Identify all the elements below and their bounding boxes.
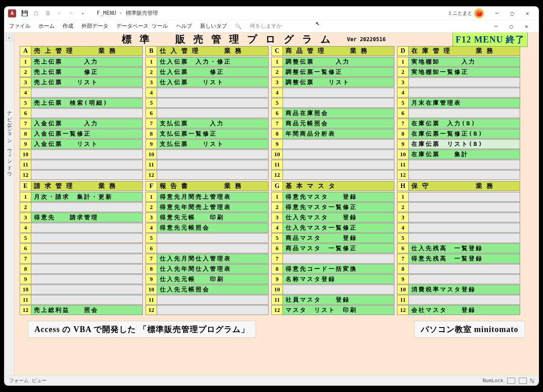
- section-key-B[interactable]: B: [145, 46, 157, 56]
- form-view-icon[interactable]: [507, 378, 515, 384]
- item-key[interactable]: 4: [397, 223, 409, 233]
- item-key[interactable]: 1: [397, 57, 409, 67]
- menu-button[interactable]: 得意先元帳 印刷: [157, 213, 269, 222]
- menu-button[interactable]: 入金伝票一覧修正: [31, 129, 143, 139]
- menu-button[interactable]: 商品マスタ 登録: [283, 233, 394, 243]
- item-key[interactable]: 1: [145, 57, 157, 67]
- item-key[interactable]: 5: [397, 98, 409, 108]
- menu-button[interactable]: 在庫伝票 リスト(B): [409, 139, 520, 149]
- section-key-A[interactable]: A: [20, 46, 31, 56]
- item-key[interactable]: 6: [271, 243, 283, 253]
- menu-button[interactable]: 得意先元帳照会: [157, 223, 269, 233]
- menu-button[interactable]: 得意先月間売上管理表: [157, 192, 269, 202]
- item-key[interactable]: 3: [20, 213, 31, 222]
- menu-button[interactable]: 売上伝票 リスト: [31, 77, 143, 87]
- item-key[interactable]: 9: [271, 274, 283, 284]
- item-key[interactable]: 6: [145, 108, 157, 118]
- user-avatar-icon[interactable]: 🍅: [474, 9, 484, 18]
- menu-button[interactable]: 得意先残高 一覧登録: [409, 254, 520, 264]
- item-key[interactable]: 8: [20, 129, 31, 139]
- redo-icon[interactable]: ↷: [66, 9, 76, 18]
- item-key[interactable]: 8: [397, 264, 409, 274]
- item-key[interactable]: 6: [145, 243, 157, 253]
- menu-button[interactable]: マスタ リスト 印刷: [283, 305, 394, 315]
- menu-button[interactable]: 入金伝票 入力: [31, 119, 143, 128]
- section-key-F[interactable]: F: [145, 181, 157, 191]
- tab-help[interactable]: ヘルプ: [176, 22, 192, 30]
- export-icon[interactable]: 🗎: [43, 9, 53, 18]
- menu-button[interactable]: 得意先年間売上管理表: [157, 202, 269, 212]
- item-key[interactable]: 9: [397, 139, 409, 149]
- item-key[interactable]: 7: [271, 254, 283, 264]
- item-key[interactable]: 11: [145, 295, 157, 305]
- item-key[interactable]: 9: [145, 274, 157, 284]
- menu-button[interactable]: 調整伝票一覧修正: [283, 67, 394, 77]
- menu-button[interactable]: 調整伝票 リスト: [283, 77, 394, 87]
- item-key[interactable]: 5: [271, 98, 283, 108]
- menu-button[interactable]: 商品マスタ 一覧修正: [283, 243, 394, 253]
- design-view-icon[interactable]: ℕ: [530, 377, 534, 384]
- item-key[interactable]: 11: [271, 295, 283, 305]
- item-key[interactable]: 11: [20, 295, 31, 305]
- item-key[interactable]: 9: [145, 139, 157, 149]
- menu-button[interactable]: 売上伝票 検索(明細): [31, 98, 143, 108]
- item-key[interactable]: 5: [20, 98, 31, 108]
- menu-button[interactable]: 得意先コード一括変換: [283, 264, 394, 274]
- menu-button[interactable]: 支払伝票 入力: [157, 119, 269, 128]
- item-key[interactable]: 3: [397, 213, 409, 222]
- nav-toggle-icon[interactable]: »: [6, 34, 12, 41]
- menu-button[interactable]: 名称マスタ登録: [283, 274, 394, 284]
- minimize-button[interactable]: ─: [489, 7, 505, 20]
- item-key[interactable]: 7: [20, 119, 31, 128]
- item-key[interactable]: 7: [145, 119, 157, 128]
- item-key[interactable]: 1: [397, 192, 409, 202]
- sub-minimize-button[interactable]: ─: [488, 20, 504, 33]
- menu-button[interactable]: 商品元帳照会: [283, 119, 394, 128]
- item-key[interactable]: 12: [397, 305, 409, 315]
- item-key[interactable]: 12: [145, 170, 157, 180]
- tell-me[interactable]: 何をしますか: [250, 22, 282, 30]
- item-key[interactable]: 7: [271, 119, 283, 128]
- item-key[interactable]: 12: [20, 305, 31, 315]
- item-key[interactable]: 10: [20, 285, 31, 294]
- menu-button[interactable]: 年間商品分析表: [283, 129, 394, 139]
- menu-button[interactable]: 在庫伝票 入力(B): [409, 119, 520, 128]
- item-key[interactable]: 5: [271, 233, 283, 243]
- save-icon[interactable]: 💾: [20, 9, 30, 18]
- menu-button[interactable]: 商品在庫照会: [283, 108, 394, 118]
- menu-button[interactable]: 仕入先マスタ 登録: [283, 213, 394, 222]
- item-key[interactable]: 7: [145, 254, 157, 264]
- item-key[interactable]: 12: [397, 170, 409, 180]
- menu-button[interactable]: 在庫伝票 集計: [409, 149, 520, 159]
- section-key-H[interactable]: H: [397, 181, 409, 191]
- item-key[interactable]: 9: [271, 139, 283, 149]
- menu-button[interactable]: 仕入伝票 入力・修正: [157, 57, 269, 67]
- menu-button[interactable]: 売上伝票 修正: [31, 67, 143, 77]
- item-key[interactable]: 10: [397, 149, 409, 159]
- item-key[interactable]: 2: [20, 67, 31, 77]
- menu-button[interactable]: 会社マスタ 登録: [409, 305, 520, 315]
- menu-button[interactable]: 得意先 請求管理: [31, 213, 143, 222]
- item-key[interactable]: 10: [145, 285, 157, 294]
- qat-dropdown-icon[interactable]: ▾: [78, 9, 88, 18]
- menu-button[interactable]: 入金伝票 リスト: [31, 139, 143, 149]
- item-key[interactable]: 11: [271, 160, 283, 170]
- item-key[interactable]: 12: [145, 305, 157, 315]
- item-key[interactable]: 8: [397, 129, 409, 139]
- section-key-D[interactable]: D: [397, 46, 409, 56]
- item-key[interactable]: 8: [271, 264, 283, 274]
- menu-button[interactable]: 在庫伝票一覧修正(B): [409, 129, 520, 139]
- item-key[interactable]: 10: [145, 149, 157, 159]
- item-key[interactable]: 6: [397, 108, 409, 118]
- menu-button[interactable]: 支払伝票 リスト: [157, 139, 269, 149]
- item-key[interactable]: 6: [271, 108, 283, 118]
- tab-file[interactable]: ファイル: [9, 22, 30, 30]
- section-key-G[interactable]: G: [271, 181, 283, 191]
- item-key[interactable]: 11: [397, 160, 409, 170]
- item-key[interactable]: 6: [20, 108, 31, 118]
- close-button[interactable]: ✕: [520, 7, 535, 20]
- item-key[interactable]: 4: [20, 223, 31, 233]
- item-key[interactable]: 10: [397, 285, 409, 294]
- datasheet-view-icon[interactable]: [519, 378, 527, 384]
- item-key[interactable]: 3: [145, 213, 157, 222]
